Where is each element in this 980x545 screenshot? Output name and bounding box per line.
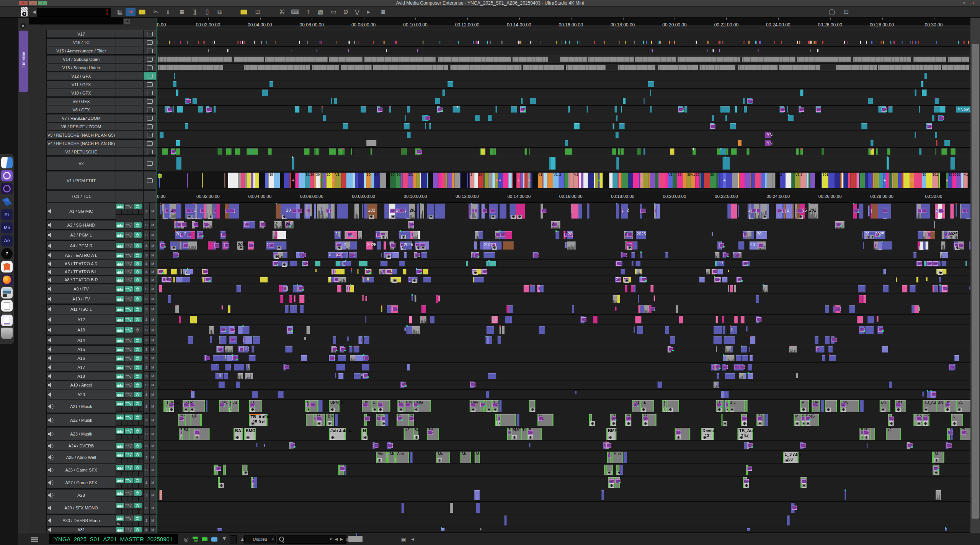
dock-icon-audio-question-app[interactable]: ? bbox=[1, 248, 13, 259]
track-patch-cell[interactable] bbox=[116, 335, 144, 345]
mute-button[interactable]: M bbox=[149, 335, 156, 345]
mute-button[interactable]: M bbox=[149, 251, 156, 259]
mute-button[interactable]: M bbox=[149, 304, 156, 314]
waveform-button[interactable] bbox=[116, 374, 124, 379]
solo-button[interactable]: S bbox=[143, 251, 150, 259]
panel-collapse-icon[interactable]: ◀ bbox=[408, 535, 417, 543]
solo-button[interactable]: S bbox=[143, 427, 150, 441]
record-enable-cell[interactable] bbox=[143, 131, 156, 139]
power-button[interactable] bbox=[134, 243, 142, 248]
track-header-A15[interactable]: A15SM bbox=[29, 345, 156, 354]
solo-button[interactable]: S bbox=[143, 476, 150, 489]
speaker-icon[interactable] bbox=[48, 383, 54, 387]
record-enable-cell[interactable] bbox=[143, 30, 156, 38]
dock-icon-blue-swoosh-app[interactable] bbox=[1, 196, 13, 207]
solo-button[interactable]: S bbox=[143, 335, 150, 345]
track-patch-cell[interactable] bbox=[116, 47, 144, 55]
track-header-A13[interactable]: A13SM bbox=[29, 325, 156, 335]
track-patch-cell[interactable] bbox=[116, 427, 144, 441]
automation-button[interactable] bbox=[125, 428, 133, 434]
close-window-button[interactable]: ✕ bbox=[19, 1, 28, 5]
record-enable-cell[interactable] bbox=[143, 148, 156, 156]
track-header-V14[interactable]: V14 / Subcap Oben bbox=[29, 55, 156, 63]
automation-button[interactable] bbox=[125, 277, 133, 282]
waveform-button[interactable] bbox=[116, 204, 124, 209]
record-enable-checkbox[interactable] bbox=[147, 108, 153, 112]
track-header-V3[interactable]: V3 / RETUSCHE bbox=[29, 148, 156, 156]
record-enable-checkbox[interactable] bbox=[147, 141, 153, 146]
track-patch-cell[interactable] bbox=[116, 400, 144, 413]
solo-button[interactable]: S bbox=[143, 363, 150, 372]
power-button[interactable] bbox=[134, 317, 142, 322]
track-patch-cell[interactable] bbox=[116, 284, 144, 294]
speaker-icon[interactable] bbox=[48, 365, 54, 370]
track-patch-cell[interactable] bbox=[116, 80, 144, 88]
solo-button[interactable]: S bbox=[143, 372, 150, 380]
waveform-button[interactable] bbox=[116, 232, 124, 238]
record-enable-cell[interactable] bbox=[143, 139, 156, 147]
trim-box-icon[interactable]: [] bbox=[202, 8, 212, 16]
speaker-icon[interactable] bbox=[48, 455, 54, 460]
power-button[interactable] bbox=[134, 414, 142, 420]
power-button[interactable] bbox=[134, 261, 142, 266]
dock-icon-avid-projects[interactable] bbox=[1, 183, 13, 194]
focus-target-icon[interactable]: ◎ bbox=[182, 535, 190, 543]
track-header-A18[interactable]: A18SM bbox=[29, 372, 156, 380]
track-header-V10[interactable]: V10 / GFX bbox=[29, 89, 156, 97]
solo-button[interactable]: S bbox=[143, 220, 150, 230]
track-header-A22[interactable]: A22 / MusikSM bbox=[29, 413, 156, 427]
record-enable-cell[interactable] bbox=[143, 114, 156, 122]
waveform-button[interactable] bbox=[116, 253, 124, 258]
track-patch-cell[interactable] bbox=[116, 502, 144, 514]
waveform-button[interactable] bbox=[116, 516, 124, 521]
waveform-button[interactable] bbox=[116, 269, 124, 274]
power-button[interactable] bbox=[134, 490, 142, 496]
power-button[interactable] bbox=[134, 503, 142, 508]
power-button[interactable] bbox=[134, 382, 142, 388]
fast-menu-icon[interactable]: ≣ bbox=[378, 8, 388, 16]
automation-button[interactable] bbox=[125, 465, 133, 470]
speaker-icon[interactable] bbox=[48, 506, 54, 510]
record-enable-cell[interactable] bbox=[143, 64, 156, 72]
waveform-button[interactable] bbox=[116, 317, 124, 322]
timecode-ruler[interactable]: 0:0000:02:00:0000:04:00:0000:06:00:0000:… bbox=[156, 17, 970, 30]
marker-flag-icon[interactable] bbox=[240, 10, 247, 15]
track-header-V2[interactable]: V2 bbox=[29, 156, 156, 171]
track-header-A4[interactable]: A4 / PGM RSM bbox=[29, 240, 156, 251]
mute-button[interactable]: M bbox=[149, 514, 156, 527]
automation-button[interactable] bbox=[125, 392, 133, 397]
track-header-A24[interactable]: A24 / DVERBSM bbox=[29, 441, 156, 450]
automation-button[interactable] bbox=[125, 478, 133, 483]
track-patch-cell[interactable] bbox=[116, 148, 144, 156]
solo-button[interactable]: S bbox=[143, 345, 150, 354]
timeline-fast-menu-icon[interactable] bbox=[31, 537, 38, 542]
mute-button[interactable]: M bbox=[149, 390, 156, 399]
mute-button[interactable]: M bbox=[149, 230, 156, 240]
pattern-box-icon[interactable]: ▩ bbox=[315, 8, 325, 16]
collapse-headers-icon[interactable]: ◀ bbox=[124, 19, 130, 24]
speaker-icon[interactable] bbox=[48, 243, 54, 248]
track-header-V13[interactable]: V13 / Subcap Unten bbox=[29, 64, 156, 72]
extract-splice-icon[interactable] bbox=[139, 10, 145, 15]
track-patch-cell[interactable] bbox=[116, 131, 144, 139]
waveform-button[interactable] bbox=[116, 401, 124, 406]
dock-icon-finder[interactable] bbox=[1, 157, 13, 168]
filmstrip-icon[interactable]: ▦ bbox=[115, 8, 125, 16]
speaker-icon[interactable] bbox=[48, 233, 54, 237]
power-button[interactable] bbox=[134, 516, 142, 521]
power-button[interactable] bbox=[134, 222, 142, 228]
automation-button[interactable] bbox=[125, 286, 133, 292]
track-header-A20[interactable]: A20SM bbox=[29, 390, 156, 399]
mute-button[interactable]: M bbox=[149, 276, 156, 284]
dock-icon-docx-file[interactable] bbox=[1, 315, 13, 326]
record-enable-cell[interactable] bbox=[143, 89, 156, 97]
track-header-A31[interactable]: A31SM bbox=[29, 527, 156, 532]
automation-button[interactable] bbox=[125, 452, 133, 457]
automation-button[interactable] bbox=[125, 327, 133, 333]
record-enable-checkbox[interactable] bbox=[147, 150, 153, 154]
record-enable-cell[interactable] bbox=[143, 156, 156, 171]
power-button[interactable] bbox=[134, 277, 142, 282]
speaker-icon[interactable] bbox=[48, 493, 54, 498]
automation-button[interactable] bbox=[125, 317, 133, 322]
automation-button[interactable] bbox=[125, 222, 133, 228]
